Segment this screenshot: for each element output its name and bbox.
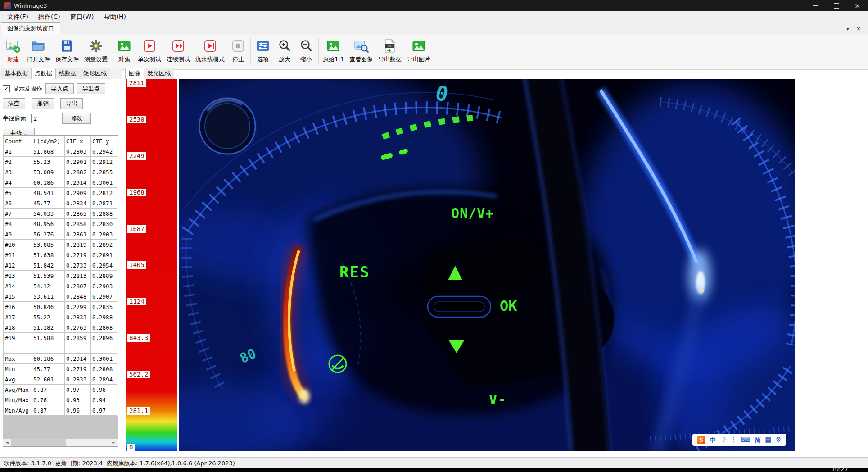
table-row[interactable]: #4 60.186 0.2914 0.3001 (4, 177, 117, 188)
scrollbar-thumb[interactable] (11, 439, 66, 446)
options-button[interactable]: 选项 (252, 36, 274, 64)
save-file-button[interactable]: 保存文件 (53, 36, 81, 64)
menu-file[interactable]: 文件(F) (2, 12, 33, 23)
ime-language-bar[interactable]: S 中 ☽ ⋮ ⌨ 简 ▦ ⚙ (692, 434, 786, 446)
toolbar-separator (250, 38, 251, 64)
table-row[interactable] (4, 343, 117, 354)
tab-line-data[interactable]: 线数据 (55, 68, 80, 79)
tab-luminous-area[interactable]: 发光区域 (144, 68, 174, 79)
table-row[interactable]: #1 51.868 0.2803 0.2942 (4, 146, 117, 157)
table-row[interactable]: #15 53.611 0.2848 0.2907 (4, 291, 117, 302)
table-row[interactable]: Min 45.77 0.2719 0.2808 (4, 364, 117, 374)
open-folder-icon (30, 38, 46, 54)
maximize-button[interactable] (826, 0, 847, 11)
table-row[interactable]: #14 54.12 0.2807 0.2903 (4, 281, 117, 291)
original-1-1-button[interactable]: 原始1:1 (320, 36, 347, 64)
cell-luminance: 51.638 (32, 250, 65, 260)
table-row[interactable]: #3 53.089 0.2882 0.2855 (4, 167, 117, 177)
table-row[interactable]: #18 51.182 0.2763 0.2808 (4, 322, 117, 333)
export-data-button[interactable]: TXT 导出数据 (375, 36, 404, 64)
radius-input[interactable] (31, 114, 59, 123)
minimize-button[interactable] (805, 0, 826, 11)
table-row[interactable]: #17 55.22 0.2833 0.2988 (4, 312, 117, 322)
cell-luminance: 51.539 (32, 271, 65, 281)
table-row[interactable]: #6 45.77 0.2834 0.2871 (4, 198, 117, 209)
single-test-button[interactable]: 单次测试 (135, 36, 164, 64)
table-row[interactable]: Min/Avg 0.87 0.96 0.97 (4, 405, 117, 416)
gear-icon (88, 38, 104, 54)
table-row[interactable]: Max 60.186 0.2914 0.3001 (4, 354, 117, 364)
new-button[interactable]: 新建 (2, 36, 24, 64)
table-row[interactable]: #16 50.846 0.2799 0.2835 (4, 302, 117, 312)
cell-cie-y: 0.3001 (91, 177, 117, 188)
table-row[interactable]: #11 51.638 0.2719 0.2891 (4, 250, 117, 260)
view-image-button[interactable]: 查看图像 (347, 36, 375, 64)
measure-settings-button[interactable]: 测量设置 (81, 36, 110, 64)
table-row[interactable]: Avg 52.601 0.2833 0.2894 (4, 374, 117, 385)
modify-button[interactable]: 修改 (62, 113, 91, 124)
colorbar-value: 1687 (127, 225, 146, 233)
cell-luminance: 53.089 (32, 167, 65, 177)
ime-chinese-mode[interactable]: 中 (710, 437, 716, 443)
table-row[interactable]: #12 51.842 0.2733 0.2954 (4, 260, 117, 271)
table-row[interactable]: #13 51.539 0.2813 0.2889 (4, 271, 117, 281)
export-image-icon (411, 38, 427, 54)
cell-luminance: 60.186 (32, 177, 65, 188)
menu-operate[interactable]: 操作(C) (33, 12, 65, 23)
table-row[interactable]: Avg/Max 0.87 0.97 0.96 (4, 385, 117, 395)
tab-basic-data[interactable]: 基本数据 (1, 68, 32, 79)
table-row[interactable]: #2 55.23 0.2901 0.2912 (4, 157, 117, 167)
cell-cie-x: 0.2914 (65, 354, 91, 364)
thermal-image[interactable]: 0 80 ON/V+ RES OK V- (179, 79, 795, 451)
table-row[interactable]: #5 48.541 0.2909 0.2812 (4, 188, 117, 198)
ime-keyboard-icon[interactable]: ⌨ (741, 436, 751, 443)
ime-settings-icon[interactable]: ⚙ (776, 436, 782, 443)
tab-close-icon[interactable]: × (856, 26, 861, 32)
zoom-out-button[interactable]: 缩小 (295, 36, 317, 64)
table-row[interactable]: #10 53.885 0.2819 0.2892 (4, 240, 117, 250)
show-operate-checkbox[interactable]: ✓ (3, 85, 10, 92)
ime-toolbox-icon[interactable]: ▦ (765, 436, 771, 443)
import-points-button[interactable]: 导入点 (45, 83, 74, 94)
scroll-left-arrow-icon[interactable]: ◄ (3, 439, 11, 446)
cell-count: #6 (4, 198, 32, 209)
tab-image[interactable]: 图像 (125, 68, 144, 79)
undo-button[interactable]: 撤销 (32, 98, 54, 109)
ime-simplified-mode[interactable]: 简 (755, 437, 761, 443)
tab-point-data[interactable]: 点数据 (31, 68, 56, 79)
export-points-button[interactable]: 导出点 (77, 83, 105, 94)
clear-button[interactable]: 清空 (3, 98, 25, 109)
menu-help[interactable]: 帮助(H) (99, 12, 131, 23)
cell-cie-x: 0.2719 (65, 250, 91, 260)
ime-halfwidth-icon[interactable]: ☽ (720, 436, 726, 443)
table-horizontal-scrollbar[interactable]: ◄ ► (3, 438, 118, 446)
export-button[interactable]: 导出 (60, 98, 83, 109)
cell-cie-y: 0.2903 (91, 229, 117, 240)
menu-window[interactable]: 窗口(W) (65, 12, 99, 23)
luminance-colorbar: 2811253022491968168714051124843.3562.228… (126, 79, 177, 451)
ime-more-icon[interactable]: ⋮ (730, 436, 737, 443)
cell-cie-x: 0.2719 (65, 364, 91, 374)
zoom-in-button[interactable]: 放大 (274, 36, 295, 64)
table-row[interactable]: #7 54.033 0.2865 0.2888 (4, 209, 117, 219)
pipeline-mode-button[interactable]: 流水线模式 (193, 36, 227, 64)
scroll-right-arrow-icon[interactable]: ► (110, 439, 118, 446)
table-row[interactable]: #9 56.276 0.2861 0.2903 (4, 229, 117, 240)
stop-button[interactable]: 停止 (227, 36, 249, 64)
table-row[interactable]: #19 51.588 0.2859 0.2896 (4, 333, 117, 343)
focus-button[interactable]: 对焦 (113, 36, 135, 64)
tab-image-brightness-test[interactable]: 图像亮度测试窗口 (1, 22, 60, 35)
table-row[interactable]: Min/Max 0.76 0.93 0.94 (4, 395, 117, 405)
table-row[interactable]: #8 48.956 0.2858 0.2830 (4, 219, 117, 229)
continuous-test-button[interactable]: 连续测试 (164, 36, 193, 64)
ime-logo-icon[interactable]: S (697, 436, 705, 444)
tab-collapse-icon[interactable]: ▾ (846, 26, 849, 32)
tab-rect-area[interactable]: 矩形区域 (80, 68, 110, 79)
close-button[interactable]: × (847, 0, 868, 11)
export-image-button[interactable]: 导出图片 (404, 36, 433, 64)
cell-count: #18 (4, 322, 32, 333)
thermal-image-view[interactable]: 0 80 ON/V+ RES OK V- S 中 ☽ ⋮ ⌨ (179, 79, 795, 451)
open-file-button[interactable]: 打开文件 (24, 36, 53, 64)
cell-cie-x: 0.93 (65, 395, 91, 405)
cell-cie-y: 0.2954 (91, 260, 117, 271)
